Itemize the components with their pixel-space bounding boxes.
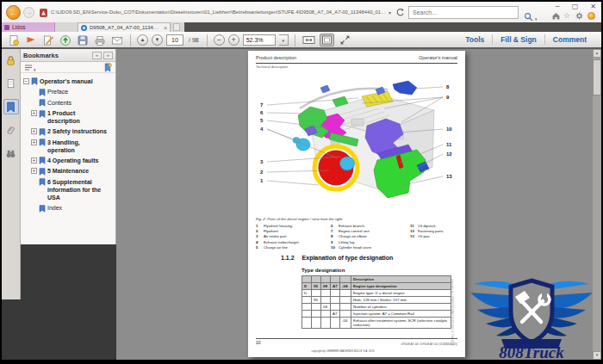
bookmark-maintenance[interactable]: 5 Maintenance (21, 166, 115, 177)
bookmark-supplemental-usa[interactable]: 6 Supplemental information for the USA (21, 176, 115, 202)
tab-pdf-label: D9508_A7_04_A7-00_113484... (90, 25, 161, 30)
bookmark-index[interactable]: Index (21, 203, 115, 214)
logo-text: 808Truck (499, 343, 564, 360)
type-designation-heading: Type designation (302, 267, 345, 273)
print-icon[interactable] (93, 34, 107, 46)
security-lock-icon[interactable] (3, 52, 19, 68)
table-row: DEngine type: D = diesel engine (302, 290, 451, 297)
bookmark-contents[interactable]: Contents (21, 97, 115, 108)
lifting-lug-shape2 (320, 85, 330, 93)
expand-expander-icon[interactable] (31, 110, 37, 116)
turbocharger-center-shape (340, 157, 355, 170)
bookmark-handling-operation[interactable]: 3 Handling, operation (21, 137, 115, 155)
refresh-icon[interactable] (395, 8, 405, 17)
new-bookmark-icon[interactable] (103, 63, 112, 72)
feedback-smiley-icon[interactable] (587, 12, 595, 20)
pdf-page: Product description Operator's manual Te… (248, 51, 465, 357)
tab-lidos-label: Lidos (12, 24, 26, 30)
bookmark-operating-faults[interactable]: 4 Operating faults (21, 155, 115, 166)
scroll-up-icon[interactable] (593, 49, 601, 58)
scrollbar-thumb[interactable] (593, 59, 601, 96)
page-header-right: Operator's manual (419, 55, 457, 60)
bookmark-icon (39, 157, 46, 164)
browser-tabbar: Lidos D9508_A7_04_A7-00_113484... (2, 22, 601, 32)
callout-3: 3 (260, 159, 264, 164)
zoom-out-button[interactable] (214, 34, 225, 46)
fullscreen-icon[interactable] (338, 34, 352, 46)
home-icon[interactable] (551, 11, 561, 21)
search-binoculars-icon[interactable] (3, 145, 19, 161)
next-page-button[interactable] (152, 34, 163, 46)
email-icon[interactable] (110, 34, 124, 46)
bookmark-icon (39, 178, 46, 186)
bookmark-icon (39, 168, 46, 176)
zoom-dropdown-icon[interactable] (279, 34, 289, 46)
page-number-input[interactable] (166, 34, 183, 46)
expand-expander-icon[interactable] (31, 139, 37, 145)
share-icon[interactable] (24, 34, 38, 46)
callout-8: 8 (446, 84, 450, 89)
minimize-button[interactable] (556, 3, 560, 10)
bookmark-safety-instructions[interactable]: 2 Safety instructions (21, 126, 115, 138)
search-input[interactable] (408, 6, 519, 19)
bookmark-preface[interactable]: Preface (21, 87, 115, 98)
collapse-panel-icon[interactable] (92, 52, 102, 59)
address-bar-url[interactable]: C:\LIDO9.SD_EN\Service-Doku_COT\Dokument… (51, 9, 387, 15)
bookmarks-options-menu-icon[interactable] (24, 59, 36, 75)
bookmarks-panel-icon[interactable] (3, 99, 19, 114)
forward-button[interactable] (23, 7, 34, 18)
edit-icon[interactable] (41, 34, 55, 46)
footer-page-number: 10 (256, 340, 290, 345)
toolbar-separator (207, 34, 208, 46)
lidos-icon (4, 25, 9, 30)
content-area: Bookmarks Operator's manual (2, 49, 601, 360)
window-controls (556, 3, 596, 10)
tab-lidos[interactable]: Lidos (2, 22, 55, 32)
upload-icon[interactable] (59, 34, 72, 46)
back-button[interactable] (6, 5, 21, 20)
address-dropdown-icon[interactable] (389, 9, 391, 15)
previous-page-button[interactable] (137, 34, 148, 46)
fill-sign-link[interactable]: Fill & Sign (493, 35, 544, 44)
tools-link[interactable]: Tools (457, 35, 492, 44)
callout-11: 11 (446, 142, 452, 147)
doc-badge-icon[interactable] (7, 34, 21, 46)
document-area: Product description Operator's manual Te… (116, 49, 601, 360)
zoom-level-value[interactable]: 52.3% (243, 34, 276, 46)
comment-link[interactable]: Comment (545, 35, 594, 44)
expand-panel-icon[interactable] (103, 52, 113, 59)
close-button[interactable] (590, 3, 596, 10)
tab-close-icon[interactable] (164, 25, 167, 31)
type-designation-table: Description D9508 A7-04Engine type desig… (302, 275, 451, 329)
expand-expander-icon[interactable] (31, 128, 37, 134)
pdf-file-icon (40, 9, 47, 17)
save-icon[interactable] (76, 34, 90, 46)
legend-item: 13Oil pan (410, 234, 457, 239)
side-copyright-text: copyright by LIEBHERR-MACHINES BULLE S.A… (451, 279, 454, 346)
new-tab-button[interactable] (173, 23, 180, 31)
pdf-toolbar: / 98 52.3% Tools Fill & Sign Comment (2, 32, 601, 49)
expand-expander-icon[interactable] (31, 157, 37, 163)
zoom-in-button[interactable] (228, 34, 239, 46)
nav-panel-strip (2, 49, 21, 299)
settings-gear-icon[interactable] (575, 11, 584, 21)
bookmark-icon (39, 89, 46, 96)
footer-copyright: copyright by LIEBHERR-MACHINES BULLE S.A… (311, 349, 374, 353)
fit-width-icon[interactable] (302, 34, 316, 46)
expand-expander-icon[interactable] (31, 168, 37, 174)
collapse-expander-icon[interactable] (23, 78, 29, 84)
favorites-star-icon[interactable] (563, 11, 570, 20)
page-thumbnails-icon[interactable] (3, 76, 19, 91)
bookmark-product-description[interactable]: 1 Product description (21, 108, 115, 126)
808truck-watermark-logo: 808Truck (463, 262, 600, 360)
fit-page-icon[interactable] (320, 34, 334, 46)
tab-pdf-document[interactable]: D9508_A7_04_A7-00_113484... (78, 22, 171, 32)
attachments-paperclip-icon[interactable] (3, 122, 19, 138)
table-row: -04Exhaust after-treatment system: SCR (… (302, 318, 451, 329)
table-header-row: Description (302, 276, 451, 283)
bookmark-operators-manual[interactable]: Operator's manual (21, 76, 115, 87)
table-row: 95Hole: 128 mm / Stroke: 157 mm (302, 297, 451, 304)
footer-rule (256, 338, 457, 339)
maximize-button[interactable] (572, 3, 579, 10)
pdf-toolbar-left: / 98 52.3% (7, 34, 352, 46)
